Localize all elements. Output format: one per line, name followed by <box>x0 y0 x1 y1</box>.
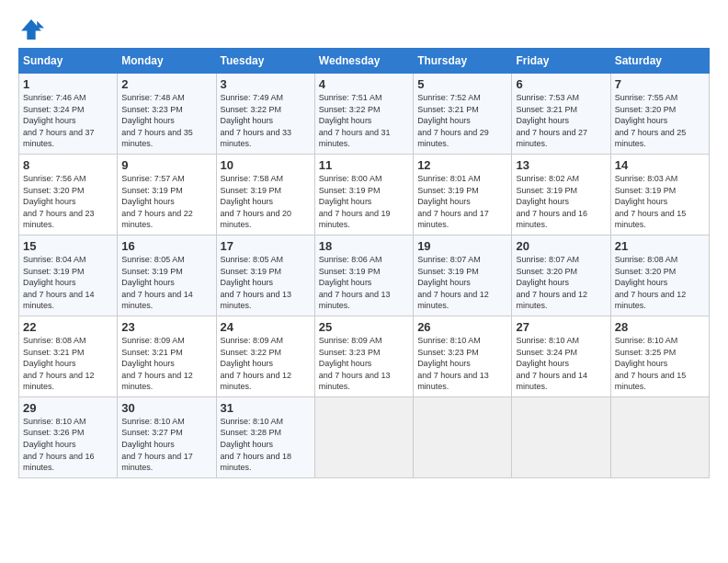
cell-content: Sunrise: 8:10 AM Sunset: 3:28 PM Dayligh… <box>221 416 311 474</box>
calendar-cell: 14 Sunrise: 8:03 AM Sunset: 3:19 PM Dayl… <box>610 154 709 235</box>
calendar-table: SundayMondayTuesdayWednesdayThursdayFrid… <box>18 48 710 478</box>
calendar-cell: 9 Sunrise: 7:57 AM Sunset: 3:19 PM Dayli… <box>118 154 216 235</box>
day-number: 12 <box>417 158 507 172</box>
cell-content: Sunrise: 7:56 AM Sunset: 3:20 PM Dayligh… <box>23 173 113 231</box>
calendar-cell: 19 Sunrise: 8:07 AM Sunset: 3:19 PM Dayl… <box>414 235 512 316</box>
calendar-cell: 29 Sunrise: 8:10 AM Sunset: 3:26 PM Dayl… <box>19 396 118 477</box>
calendar-cell: 15 Sunrise: 8:04 AM Sunset: 3:19 PM Dayl… <box>19 235 118 316</box>
calendar-cell: 27 Sunrise: 8:10 AM Sunset: 3:24 PM Dayl… <box>512 316 610 396</box>
calendar-cell: 12 Sunrise: 8:01 AM Sunset: 3:19 PM Dayl… <box>414 154 512 235</box>
calendar-cell: 10 Sunrise: 7:58 AM Sunset: 3:19 PM Dayl… <box>216 154 314 235</box>
calendar-cell: 8 Sunrise: 7:56 AM Sunset: 3:20 PM Dayli… <box>19 154 118 235</box>
day-number: 18 <box>319 239 409 253</box>
day-number: 25 <box>319 320 409 334</box>
day-number: 28 <box>615 320 705 334</box>
day-number: 8 <box>23 158 113 172</box>
cell-content: Sunrise: 7:48 AM Sunset: 3:23 PM Dayligh… <box>121 92 211 150</box>
cell-content: Sunrise: 7:52 AM Sunset: 3:21 PM Dayligh… <box>417 92 507 150</box>
cell-content: Sunrise: 8:08 AM Sunset: 3:21 PM Dayligh… <box>23 335 113 393</box>
cell-content: Sunrise: 8:09 AM Sunset: 3:21 PM Dayligh… <box>121 335 211 393</box>
logo-icon <box>18 17 44 42</box>
cell-content: Sunrise: 8:00 AM Sunset: 3:19 PM Dayligh… <box>319 173 409 231</box>
cell-content: Sunrise: 8:10 AM Sunset: 3:24 PM Dayligh… <box>516 335 606 393</box>
cell-content: Sunrise: 8:10 AM Sunset: 3:27 PM Dayligh… <box>121 416 211 474</box>
calendar-cell: 23 Sunrise: 8:09 AM Sunset: 3:21 PM Dayl… <box>118 316 216 396</box>
day-number: 4 <box>319 77 409 91</box>
week-row-4: 22 Sunrise: 8:08 AM Sunset: 3:21 PM Dayl… <box>19 316 710 396</box>
header-day-wednesday: Wednesday <box>314 49 413 74</box>
logo <box>18 17 48 42</box>
calendar-cell: 17 Sunrise: 8:05 AM Sunset: 3:19 PM Dayl… <box>216 235 314 316</box>
day-number: 17 <box>221 239 311 253</box>
calendar-cell: 16 Sunrise: 8:05 AM Sunset: 3:19 PM Dayl… <box>118 235 216 316</box>
calendar-cell: 4 Sunrise: 7:51 AM Sunset: 3:22 PM Dayli… <box>314 74 413 155</box>
cell-content: Sunrise: 8:05 AM Sunset: 3:19 PM Dayligh… <box>221 254 311 312</box>
day-number: 30 <box>121 401 211 415</box>
calendar-cell: 28 Sunrise: 8:10 AM Sunset: 3:25 PM Dayl… <box>610 316 709 396</box>
calendar-cell: 2 Sunrise: 7:48 AM Sunset: 3:23 PM Dayli… <box>118 74 216 155</box>
calendar-cell: 5 Sunrise: 7:52 AM Sunset: 3:21 PM Dayli… <box>414 74 512 155</box>
day-number: 9 <box>121 158 211 172</box>
cell-content: Sunrise: 7:49 AM Sunset: 3:22 PM Dayligh… <box>221 92 311 150</box>
cell-content: Sunrise: 8:03 AM Sunset: 3:19 PM Dayligh… <box>615 173 705 231</box>
calendar-cell: 20 Sunrise: 8:07 AM Sunset: 3:20 PM Dayl… <box>512 235 610 316</box>
day-number: 21 <box>615 239 705 253</box>
day-number: 13 <box>516 158 606 172</box>
day-number: 11 <box>319 158 409 172</box>
week-row-1: 1 Sunrise: 7:46 AM Sunset: 3:24 PM Dayli… <box>19 74 710 155</box>
calendar-cell <box>314 396 413 477</box>
calendar-cell: 3 Sunrise: 7:49 AM Sunset: 3:22 PM Dayli… <box>216 74 314 155</box>
header-day-monday: Monday <box>118 49 216 74</box>
cell-content: Sunrise: 8:02 AM Sunset: 3:19 PM Dayligh… <box>516 173 606 231</box>
day-number: 19 <box>417 239 507 253</box>
cell-content: Sunrise: 8:04 AM Sunset: 3:19 PM Dayligh… <box>23 254 113 312</box>
cell-content: Sunrise: 7:53 AM Sunset: 3:21 PM Dayligh… <box>516 92 606 150</box>
header-day-saturday: Saturday <box>610 49 709 74</box>
day-number: 27 <box>516 320 606 334</box>
day-number: 20 <box>516 239 606 253</box>
day-number: 14 <box>615 158 705 172</box>
calendar-cell <box>512 396 610 477</box>
cell-content: Sunrise: 8:10 AM Sunset: 3:26 PM Dayligh… <box>23 416 113 474</box>
page: SundayMondayTuesdayWednesdayThursdayFrid… <box>0 0 728 488</box>
cell-content: Sunrise: 7:58 AM Sunset: 3:19 PM Dayligh… <box>221 173 311 231</box>
week-row-2: 8 Sunrise: 7:56 AM Sunset: 3:20 PM Dayli… <box>19 154 710 235</box>
cell-content: Sunrise: 8:10 AM Sunset: 3:23 PM Dayligh… <box>417 335 507 393</box>
cell-content: Sunrise: 7:55 AM Sunset: 3:20 PM Dayligh… <box>615 92 705 150</box>
cell-content: Sunrise: 8:07 AM Sunset: 3:20 PM Dayligh… <box>516 254 606 312</box>
day-number: 26 <box>417 320 507 334</box>
cell-content: Sunrise: 7:46 AM Sunset: 3:24 PM Dayligh… <box>23 92 113 150</box>
cell-content: Sunrise: 8:08 AM Sunset: 3:20 PM Dayligh… <box>615 254 705 312</box>
day-number: 22 <box>23 320 113 334</box>
cell-content: Sunrise: 8:09 AM Sunset: 3:22 PM Dayligh… <box>221 335 311 393</box>
day-number: 1 <box>23 77 113 91</box>
cell-content: Sunrise: 7:57 AM Sunset: 3:19 PM Dayligh… <box>121 173 211 231</box>
cell-content: Sunrise: 7:51 AM Sunset: 3:22 PM Dayligh… <box>319 92 409 150</box>
day-number: 23 <box>121 320 211 334</box>
day-number: 5 <box>417 77 507 91</box>
header-day-tuesday: Tuesday <box>216 49 314 74</box>
day-number: 10 <box>221 158 311 172</box>
cell-content: Sunrise: 8:01 AM Sunset: 3:19 PM Dayligh… <box>417 173 507 231</box>
calendar-cell: 13 Sunrise: 8:02 AM Sunset: 3:19 PM Dayl… <box>512 154 610 235</box>
week-row-3: 15 Sunrise: 8:04 AM Sunset: 3:19 PM Dayl… <box>19 235 710 316</box>
calendar-cell: 21 Sunrise: 8:08 AM Sunset: 3:20 PM Dayl… <box>610 235 709 316</box>
calendar-cell: 11 Sunrise: 8:00 AM Sunset: 3:19 PM Dayl… <box>314 154 413 235</box>
calendar-cell: 24 Sunrise: 8:09 AM Sunset: 3:22 PM Dayl… <box>216 316 314 396</box>
header-day-sunday: Sunday <box>19 49 118 74</box>
calendar-cell: 18 Sunrise: 8:06 AM Sunset: 3:19 PM Dayl… <box>314 235 413 316</box>
calendar-cell: 30 Sunrise: 8:10 AM Sunset: 3:27 PM Dayl… <box>118 396 216 477</box>
cell-content: Sunrise: 8:05 AM Sunset: 3:19 PM Dayligh… <box>121 254 211 312</box>
day-number: 3 <box>221 77 311 91</box>
calendar-cell <box>414 396 512 477</box>
calendar-cell: 7 Sunrise: 7:55 AM Sunset: 3:20 PM Dayli… <box>610 74 709 155</box>
day-number: 7 <box>615 77 705 91</box>
cell-content: Sunrise: 8:07 AM Sunset: 3:19 PM Dayligh… <box>417 254 507 312</box>
cell-content: Sunrise: 8:09 AM Sunset: 3:23 PM Dayligh… <box>319 335 409 393</box>
calendar-cell <box>610 396 709 477</box>
header-row: SundayMondayTuesdayWednesdayThursdayFrid… <box>19 49 710 74</box>
calendar-cell: 25 Sunrise: 8:09 AM Sunset: 3:23 PM Dayl… <box>314 316 413 396</box>
day-number: 29 <box>23 401 113 415</box>
day-number: 15 <box>23 239 113 253</box>
header <box>18 17 710 42</box>
